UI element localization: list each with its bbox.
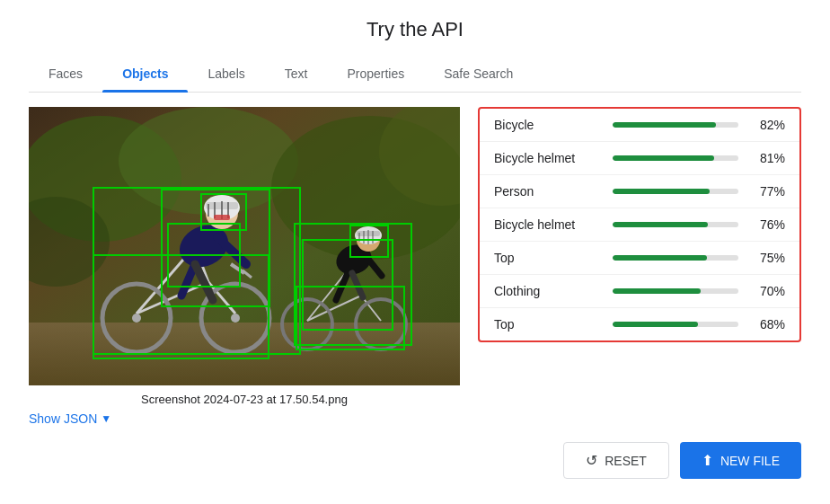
result-pct: 70% [749,284,785,298]
result-row: Top 68% [480,308,799,340]
result-bar-container [613,255,738,261]
result-label: Clothing [494,284,602,298]
result-bar-container [613,155,738,161]
result-bar-container [613,288,738,294]
svg-point-13 [132,314,141,323]
bottom-actions: ↺ RESET ⬆ NEW FILE [563,442,801,479]
cyclist-image [29,107,460,385]
result-label: Bicycle [494,118,602,132]
page-title: Try the API [366,18,464,41]
result-pct: 82% [749,118,785,132]
tab-labels[interactable]: Labels [188,57,264,92]
result-pct: 81% [749,151,785,165]
result-pct: 76% [749,217,785,232]
reset-button[interactable]: ↺ RESET [563,442,669,479]
result-bar-container [613,189,738,194]
results-panel: Bicycle 82% Bicycle helmet 81% Person 77… [478,107,801,342]
result-label: Top [494,251,602,265]
bottom-bar: ↺ RESET ⬆ NEW FILE [29,442,801,479]
result-bar [613,155,714,161]
result-label: Person [494,184,602,199]
tab-properties[interactable]: Properties [327,57,424,92]
result-row: Top 75% [480,242,799,275]
svg-point-2 [119,107,298,215]
result-label: Bicycle helmet [494,217,602,232]
result-row: Bicycle helmet 76% [480,208,799,242]
reset-icon: ↺ [586,452,597,469]
tab-text[interactable]: Text [265,57,328,92]
tab-safe-search[interactable]: Safe Search [424,57,533,92]
reset-label: RESET [605,454,647,468]
svg-point-14 [231,314,240,323]
result-bar [613,222,708,227]
result-label: Top [494,317,602,332]
result-row: Bicycle helmet 81% [480,142,799,175]
result-row: Clothing 70% [480,275,799,308]
show-json-button[interactable]: Show JSON ▼ [29,411,111,426]
svg-rect-28 [214,215,230,220]
result-row: Bicycle 82% [480,109,799,142]
show-json-label: Show JSON [29,411,97,426]
result-pct: 77% [749,184,785,199]
image-caption: Screenshot 2024-07-23 at 17.50.54.png [141,393,348,406]
new-file-label: NEW FILE [720,454,780,468]
result-row: Person 77% [480,175,799,208]
result-pct: 75% [749,251,785,265]
result-bar [613,189,710,194]
result-bar [613,288,701,294]
tab-faces[interactable]: Faces [29,57,102,92]
tabs-nav: Faces Objects Labels Text Properties Saf… [29,57,801,93]
main-content: Screenshot 2024-07-23 at 17.50.54.png Sh… [29,107,801,426]
result-label: Bicycle helmet [494,151,602,165]
new-file-button[interactable]: ⬆ NEW FILE [680,442,801,479]
result-bar [613,322,698,327]
image-panel: Screenshot 2024-07-23 at 17.50.54.png Sh… [29,107,460,426]
chevron-down-icon: ▼ [101,412,111,425]
result-bar-container [613,122,738,128]
result-bar [613,122,716,128]
result-bar-container [613,322,738,327]
result-pct: 68% [749,317,785,332]
upload-icon: ⬆ [702,452,713,469]
result-bar [613,255,707,261]
tab-objects[interactable]: Objects [102,57,188,92]
result-bar-container [613,222,738,227]
image-container [29,107,460,385]
